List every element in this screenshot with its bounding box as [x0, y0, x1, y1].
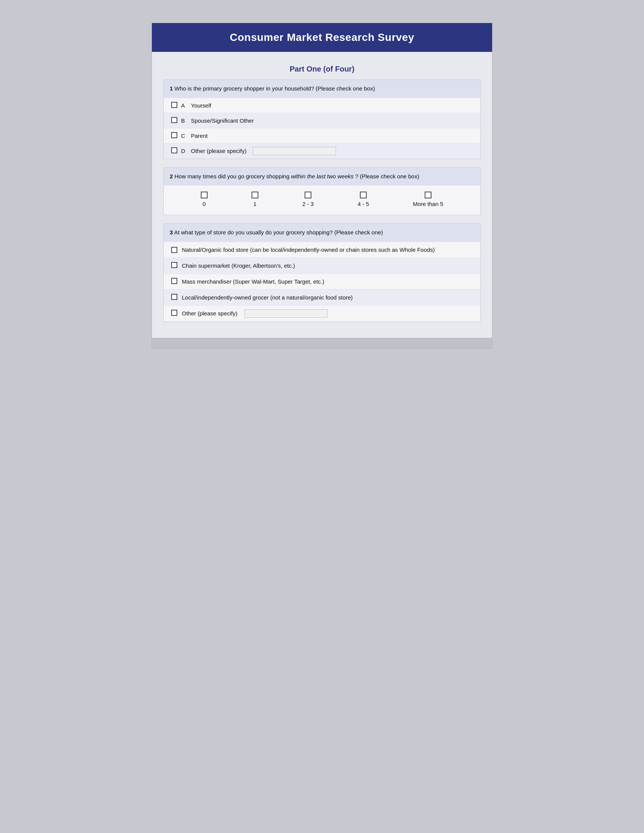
q3-text-4: Local/independently-owned grocer (not a … — [182, 293, 353, 301]
q1-checkbox-a[interactable] — [171, 102, 177, 108]
q2-option-2-3: 2 - 3 — [302, 191, 314, 207]
q3-text-2: Chain supermarket (Kroger, Albertson's, … — [182, 262, 295, 270]
q1-option-b-row: B Spouse/Significant Other — [164, 113, 480, 128]
question-3-section: 3 At what type of store do you usually d… — [163, 224, 481, 322]
footer-bar — [152, 338, 492, 348]
q2-option-1: 1 — [251, 191, 258, 207]
question-3-number: 3 — [170, 229, 173, 235]
q3-specify-input-5[interactable] — [244, 309, 328, 318]
part-title-row: Part One (of Four) — [163, 60, 481, 79]
question-2-number: 2 — [170, 173, 173, 180]
q1-label-c: C — [181, 132, 187, 140]
q2-label-1: 1 — [253, 201, 256, 207]
q3-option-2-row: Chain supermarket (Kroger, Albertson's, … — [164, 257, 480, 273]
q1-text-d: Other (please specify) — [191, 147, 246, 155]
q3-text-5: Other (please specify) — [182, 309, 238, 317]
question-1-section: 1 Who is the primary grocery shopper in … — [163, 79, 481, 159]
survey-title: Consumer Market Research Survey — [230, 31, 414, 43]
question-3-header: 3 At what type of store do you usually d… — [164, 224, 480, 241]
divider-1 — [163, 164, 481, 167]
q3-option-5-row: Other (please specify) — [164, 305, 480, 322]
q1-label-d: D — [181, 147, 187, 155]
q2-checkbox-0[interactable] — [201, 191, 208, 198]
part-title: Part One (of Four) — [290, 65, 354, 73]
q3-checkbox-4[interactable] — [171, 294, 177, 300]
q2-option-0: 0 — [201, 191, 208, 207]
divider-2 — [163, 220, 481, 224]
question-1-number: 1 — [170, 85, 173, 92]
question-2-text-after: ? (Please check one box) — [355, 173, 419, 180]
q1-option-c-row: C Parent — [164, 128, 480, 143]
q2-label-0: 0 — [203, 201, 206, 207]
q3-option-4-row: Local/independently-owned grocer (not a … — [164, 289, 480, 305]
q2-checkbox-2-3[interactable] — [304, 191, 311, 198]
q1-text-c: Parent — [191, 132, 208, 140]
q3-text-1: Natural/Organic food store (can be local… — [182, 246, 435, 254]
q1-label-a: A — [181, 101, 187, 109]
q3-text-3: Mass merchandiser (Super Wal-Mart, Super… — [182, 278, 324, 286]
question-2-text-before: How many times did you go grocery shoppi… — [175, 173, 291, 180]
q2-label-more-than-5: More than 5 — [413, 201, 443, 207]
survey-body: Part One (of Four) 1 Who is the primary … — [152, 52, 492, 338]
q2-option-more-than-5: More than 5 — [413, 191, 443, 207]
q1-text-b: Spouse/Significant Other — [191, 117, 254, 125]
q1-specify-input-d[interactable] — [253, 147, 336, 155]
q1-checkbox-d[interactable] — [171, 147, 177, 153]
question-1-text: Who is the primary grocery shopper in yo… — [175, 85, 375, 92]
q3-option-3-row: Mass merchandiser (Super Wal-Mart, Super… — [164, 273, 480, 289]
q2-checkbox-more-than-5[interactable] — [425, 191, 431, 198]
q3-checkbox-1[interactable] — [171, 247, 177, 253]
q1-label-b: B — [181, 117, 187, 125]
q1-option-d-row: D Other (please specify) — [164, 143, 480, 159]
q2-checkbox-1[interactable] — [251, 191, 258, 198]
q2-label-2-3: 2 - 3 — [302, 201, 314, 207]
question-1-header: 1 Who is the primary grocery shopper in … — [164, 80, 480, 98]
q1-option-a-row: A Yourself — [164, 98, 480, 113]
survey-header: Consumer Market Research Survey — [152, 23, 492, 52]
q3-checkbox-2[interactable] — [171, 262, 177, 268]
q3-checkbox-5[interactable] — [171, 310, 177, 316]
q2-option-4-5: 4 - 5 — [357, 191, 369, 207]
q1-checkbox-b[interactable] — [171, 117, 177, 123]
q3-option-1-row: Natural/Organic food store (can be local… — [164, 241, 480, 257]
q3-checkbox-3[interactable] — [171, 278, 177, 284]
q2-options-row: 0 1 2 - 3 4 - 5 — [164, 185, 480, 215]
question-3-text: At what type of store do you usually do … — [174, 229, 383, 235]
q1-checkbox-c[interactable] — [171, 132, 177, 138]
q2-checkbox-4-5[interactable] — [360, 191, 367, 198]
question-2-text-italic: within the last two weeks — [291, 173, 353, 180]
q1-text-a: Yourself — [191, 101, 211, 109]
question-2-section: 2 How many times did you go grocery shop… — [163, 167, 481, 215]
survey-page: Consumer Market Research Survey Part One… — [151, 23, 493, 349]
q2-label-4-5: 4 - 5 — [357, 201, 369, 207]
question-2-header: 2 How many times did you go grocery shop… — [164, 168, 480, 185]
